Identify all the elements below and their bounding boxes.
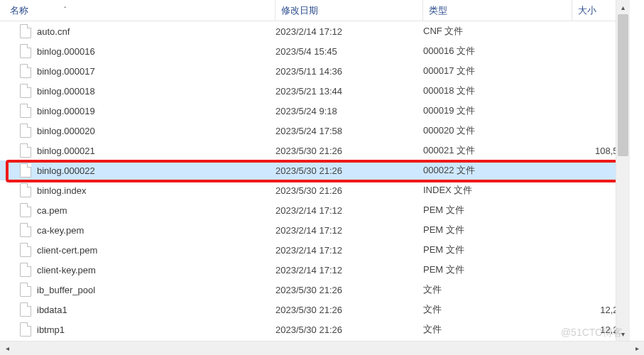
file-name: binlog.000019 — [37, 106, 95, 116]
column-header-name[interactable]: 名称 ˆ — [0, 0, 275, 21]
file-list-pane: 名称 ˆ 修改日期 类型 大小 auto.cnf2023/2/14 17:12C… — [0, 0, 630, 341]
file-name: ca.pem — [37, 205, 67, 216]
column-header-row: 名称 ˆ 修改日期 类型 大小 — [0, 0, 630, 21]
file-rows: auto.cnf2023/2/14 17:12CNF 文件1binlog.000… — [0, 21, 630, 339]
file-row[interactable]: ib_buffer_pool2023/5/30 21:26文件21 — [0, 280, 630, 300]
cell-type: PEM 文件 — [423, 224, 572, 236]
cell-date: 2023/5/4 15:45 — [275, 46, 423, 57]
column-header-name-label: 名称 — [10, 4, 28, 17]
file-icon — [20, 223, 31, 237]
cell-type: INDEX 文件 — [423, 184, 572, 197]
file-name: ib_buffer_pool — [37, 285, 95, 295]
file-row[interactable]: binlog.0000202023/5/24 17:58000020 文件11 — [0, 121, 630, 141]
file-name: binlog.000021 — [37, 146, 95, 156]
column-header-date-label: 修改日期 — [281, 4, 318, 17]
file-icon — [20, 143, 31, 158]
cell-name: ibdata1 — [0, 302, 275, 317]
file-row[interactable]: auto.cnf2023/2/14 17:12CNF 文件1 — [0, 21, 630, 41]
scroll-right-arrow-icon[interactable]: ▸ — [630, 342, 644, 355]
column-header-type[interactable]: 类型 — [423, 0, 572, 21]
file-icon — [20, 263, 31, 277]
file-row[interactable]: ibtmp12023/5/30 21:26文件12,288 — [0, 320, 630, 339]
file-name: ibdata1 — [37, 305, 67, 315]
cell-date: 2023/5/11 14:36 — [275, 66, 423, 77]
cell-type: 文件 — [423, 283, 572, 296]
file-name: binlog.000016 — [37, 46, 95, 57]
file-row[interactable]: binlog.0000162023/5/4 15:45000016 文件10 — [0, 41, 630, 61]
file-name: binlog.000022 — [37, 165, 95, 176]
cell-date: 2023/5/30 21:26 — [275, 165, 423, 176]
cell-type: 000020 文件 — [423, 124, 572, 137]
file-row[interactable]: ca-key.pem2023/2/14 17:12PEM 文件2 — [0, 220, 630, 240]
cell-type: 文件 — [423, 323, 572, 336]
cell-name: ca.pem — [0, 203, 275, 217]
cell-date: 2023/5/21 13:44 — [275, 86, 423, 97]
vertical-scroll-track[interactable] — [616, 14, 630, 327]
file-icon — [20, 243, 31, 257]
file-row[interactable]: client-cert.pem2023/2/14 17:12PEM 文件2 — [0, 240, 630, 260]
file-row[interactable]: binlog.0000222023/5/30 21:26000022 文件1 — [0, 160, 630, 180]
file-icon — [20, 84, 31, 98]
cell-name: binlog.000018 — [0, 84, 275, 98]
cell-name: ib_buffer_pool — [0, 283, 275, 297]
file-icon — [20, 24, 31, 38]
cell-name: client-key.pem — [0, 263, 275, 277]
file-name: binlog.000018 — [37, 86, 95, 97]
file-icon — [20, 124, 31, 138]
cell-type: 000018 文件 — [423, 84, 572, 97]
cell-type: 000017 文件 — [423, 65, 572, 77]
file-row[interactable]: binlog.0000172023/5/11 14:36000017 文件1 — [0, 61, 630, 81]
file-row[interactable]: client-key.pem2023/2/14 17:12PEM 文件2 — [0, 260, 630, 280]
file-row[interactable]: ca.pem2023/2/14 17:12PEM 文件2 — [0, 200, 630, 220]
cell-date: 2023/5/24 17:58 — [275, 126, 423, 136]
cell-name: binlog.000021 — [0, 143, 275, 158]
cell-date: 2023/2/14 17:12 — [275, 205, 423, 216]
file-name: binlog.index — [37, 185, 86, 196]
cell-type: 文件 — [423, 303, 572, 316]
file-icon — [20, 322, 31, 337]
file-row[interactable]: binlog.0000182023/5/21 13:44000018 文件8 — [0, 81, 630, 101]
scroll-left-arrow-icon[interactable]: ◂ — [0, 342, 14, 355]
file-row[interactable]: binlog.0000192023/5/24 9:18000019 文件20 — [0, 101, 630, 121]
cell-name: binlog.000020 — [0, 124, 275, 138]
file-name: client-key.pem — [37, 265, 96, 275]
file-icon — [20, 163, 31, 178]
cell-date: 2023/5/30 21:26 — [275, 146, 423, 156]
file-row[interactable]: binlog.0000212023/5/30 21:26000021 文件108… — [0, 141, 630, 160]
file-row[interactable]: ibdata12023/5/30 21:26文件12,288 — [0, 300, 630, 320]
cell-date: 2023/2/14 17:12 — [275, 26, 423, 37]
file-name: binlog.000020 — [37, 126, 95, 136]
cell-type: 000019 文件 — [423, 104, 572, 117]
cell-type: PEM 文件 — [423, 204, 572, 217]
scroll-down-arrow-icon[interactable]: ▾ — [616, 327, 630, 341]
file-icon — [20, 104, 31, 118]
file-row[interactable]: binlog.index2023/5/30 21:26INDEX 文件1 — [0, 180, 630, 200]
cell-type: PEM 文件 — [423, 244, 572, 256]
cell-name: auto.cnf — [0, 24, 275, 38]
cell-date: 2023/5/30 21:26 — [275, 324, 423, 335]
file-name: ca-key.pem — [37, 225, 84, 236]
file-icon — [20, 283, 31, 297]
file-name: auto.cnf — [37, 26, 70, 37]
horizontal-scrollbar[interactable]: ◂ ▸ — [0, 341, 644, 355]
cell-type: CNF 文件 — [423, 25, 572, 38]
cell-name: binlog.index — [0, 183, 275, 197]
cell-date: 2023/2/14 17:12 — [275, 225, 423, 236]
column-header-type-label: 类型 — [429, 4, 447, 17]
cell-name: ibtmp1 — [0, 322, 275, 337]
cell-name: ca-key.pem — [0, 223, 275, 237]
cell-type: 000021 文件 — [423, 144, 572, 157]
vertical-scrollbar[interactable]: ▴ ▾ — [616, 0, 630, 341]
scroll-up-arrow-icon[interactable]: ▴ — [616, 0, 630, 14]
cell-date: 2023/5/24 9:18 — [275, 106, 423, 116]
file-name: ibtmp1 — [37, 324, 65, 335]
vertical-scroll-thumb[interactable] — [618, 14, 628, 156]
file-icon — [20, 64, 31, 78]
file-name: client-cert.pem — [37, 245, 97, 256]
cell-name: binlog.000017 — [0, 64, 275, 78]
column-header-date[interactable]: 修改日期 — [275, 0, 423, 21]
cell-date: 2023/2/14 17:12 — [275, 245, 423, 256]
file-icon — [20, 302, 31, 317]
cell-date: 2023/5/30 21:26 — [275, 285, 423, 295]
column-header-size-label: 大小 — [578, 4, 596, 17]
